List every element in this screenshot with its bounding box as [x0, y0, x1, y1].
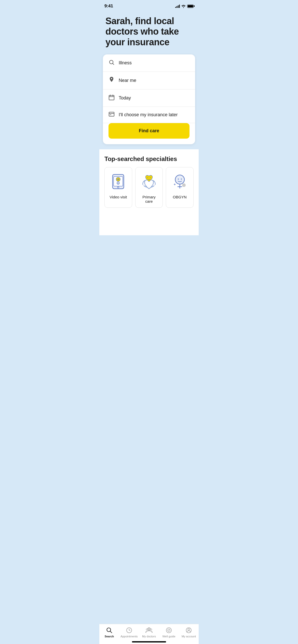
status-time: 9:41	[104, 4, 113, 9]
obgyn-label: OBGYN	[173, 195, 187, 199]
wifi-icon	[181, 5, 186, 8]
illness-row[interactable]: Illness	[103, 54, 195, 72]
illness-input[interactable]: Illness	[119, 60, 132, 66]
primary-care-icon	[139, 171, 159, 192]
hero-section: Sarah, find local doctors who take your …	[99, 11, 199, 54]
svg-point-27	[182, 183, 186, 187]
signal-icon	[175, 4, 180, 8]
search-card: Illness Near me Today I	[103, 54, 195, 144]
svg-point-19	[150, 177, 151, 178]
svg-point-15	[117, 183, 118, 183]
svg-point-23	[178, 179, 179, 180]
video-visit-icon	[108, 171, 128, 192]
main-content: Top-searched specialties	[99, 149, 199, 235]
find-care-button[interactable]: Find care	[109, 123, 189, 139]
video-visit-label: Video visit	[110, 195, 127, 199]
search-icon	[109, 60, 115, 66]
specialty-card-obgyn[interactable]: OBGYN	[166, 167, 194, 208]
svg-rect-2	[109, 95, 114, 100]
insurance-input[interactable]: I'll choose my insurance later	[119, 112, 178, 118]
svg-point-16	[118, 183, 119, 183]
specialty-card-video-visit[interactable]: Video visit	[104, 167, 132, 208]
specialties-title: Top-searched specialties	[104, 155, 194, 163]
location-row[interactable]: Near me	[103, 72, 195, 90]
svg-point-20	[175, 175, 184, 184]
primary-care-label: Primary care	[139, 195, 160, 203]
location-icon	[109, 77, 115, 84]
svg-point-14	[117, 182, 119, 184]
date-input[interactable]: Today	[119, 95, 131, 101]
date-row[interactable]: Today	[103, 90, 195, 107]
svg-point-18	[147, 177, 148, 178]
insurance-row[interactable]: I'll choose my insurance later	[103, 107, 195, 123]
svg-rect-8	[110, 114, 111, 115]
hero-title: Sarah, find local doctors who take your …	[105, 16, 193, 47]
location-input[interactable]: Near me	[119, 78, 136, 83]
insurance-icon	[109, 112, 115, 118]
svg-point-24	[181, 179, 182, 180]
specialty-grid: Video visit	[104, 167, 194, 210]
calendar-icon	[109, 95, 115, 101]
battery-icon	[187, 5, 194, 8]
obgyn-icon	[170, 171, 190, 192]
svg-rect-6	[109, 112, 114, 116]
specialty-card-primary-care[interactable]: Primary care	[135, 167, 163, 208]
svg-line-1	[113, 64, 114, 65]
status-icons	[175, 4, 194, 8]
status-bar: 9:41	[99, 0, 199, 11]
